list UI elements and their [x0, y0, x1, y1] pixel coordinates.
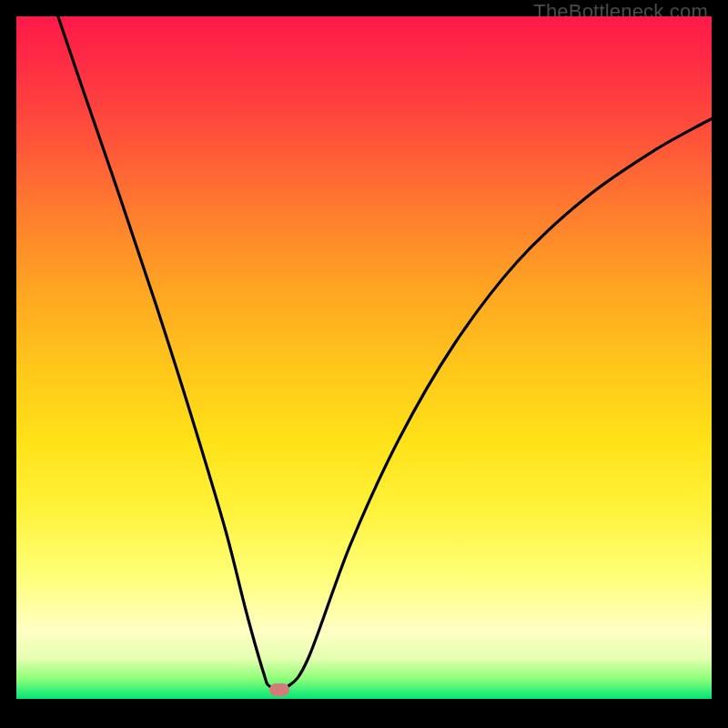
plot-area	[16, 16, 712, 699]
curve-svg	[16, 16, 712, 699]
bottleneck-curve	[58, 16, 712, 690]
chart-frame	[16, 16, 712, 712]
optimal-point-marker	[269, 683, 289, 696]
